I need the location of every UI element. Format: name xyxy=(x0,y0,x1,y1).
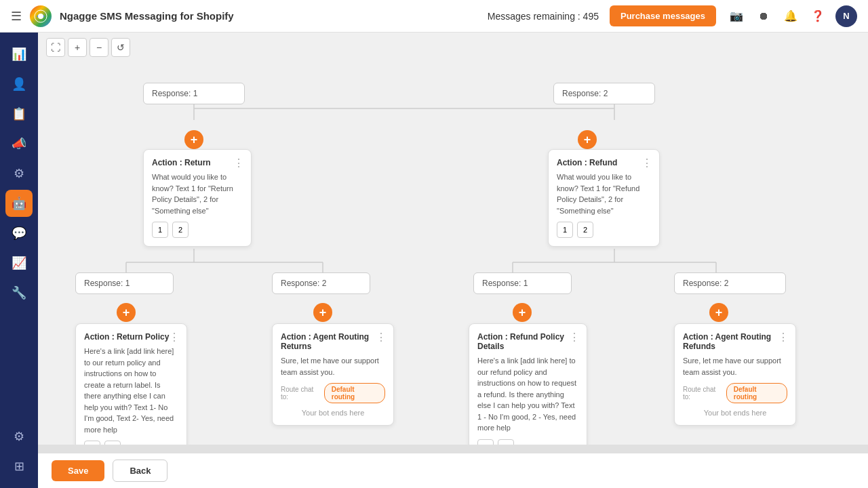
action-return-policy-body: Here's a link [add link here] to our ret… xyxy=(84,346,178,435)
bot-ends-returns: Your bot ends here xyxy=(281,409,385,417)
action-refund-body: What would you like to know? Text 1 for … xyxy=(557,171,651,216)
purchase-messages-button[interactable]: Purchase messages xyxy=(610,5,716,26)
response-1-top: Response: 1 xyxy=(143,83,245,104)
app-logo xyxy=(30,5,52,27)
return-policy-menu[interactable]: ⋮ xyxy=(169,331,180,344)
video-icon[interactable]: 📷 xyxy=(727,7,746,26)
route-value-badge-2[interactable]: Default routing xyxy=(726,383,787,403)
menu-icon[interactable]: ☰ xyxy=(11,9,22,24)
header-icons: 📷 ⏺ 🔔 ❓ N xyxy=(727,5,857,27)
zoom-out-btn[interactable]: − xyxy=(90,38,108,57)
action-refund-node: Action : Refund ⋮ What would you like to… xyxy=(548,149,660,247)
route-label-2: Route chat to: xyxy=(683,386,724,401)
app-title: Ngagge SMS Messaging for Shopify xyxy=(60,10,234,22)
action-refund-policy-label: Action : Refund Policy Details xyxy=(477,332,578,351)
add-btn-agent-routing-returns[interactable]: + xyxy=(313,303,332,322)
record-icon[interactable]: ⏺ xyxy=(754,7,773,26)
messages-remaining: Messages remaining : 495 xyxy=(488,11,599,22)
response-1-mid-left: Response: 1 xyxy=(75,272,174,294)
action-refund-policy-body: Here's a link [add link here] to our ref… xyxy=(477,355,578,434)
sidebar-item-chat[interactable]: 💬 xyxy=(5,220,33,247)
sidebar-item-integrations[interactable]: 🔧 xyxy=(5,279,33,306)
agent-routing-refunds-menu[interactable]: ⋮ xyxy=(778,331,789,344)
sidebar-item-settings[interactable]: ⚙ xyxy=(5,423,33,450)
response-2-mid-right: Response: 2 xyxy=(674,272,786,294)
sidebar-item-analytics[interactable]: 📈 xyxy=(5,249,33,277)
sidebar-item-campaigns[interactable]: 📋 xyxy=(5,100,33,127)
header: ☰ Ngagge SMS Messaging for Shopify Messa… xyxy=(0,0,868,33)
response-1-mid-right: Response: 1 xyxy=(473,272,572,294)
action-return-options: 1 2 xyxy=(152,222,243,238)
canvas-toolbar: ⛶ + − ↺ xyxy=(38,33,868,62)
opt-2b[interactable]: 2 xyxy=(577,222,593,238)
bot-ends-refunds: Your bot ends here xyxy=(683,409,787,417)
response-2-top: Response: 2 xyxy=(553,83,655,104)
action-return-policy-label: Action : Return Policy xyxy=(84,332,178,342)
action-return-menu[interactable]: ⋮ xyxy=(233,157,244,169)
response-2-mid-left: Response: 2 xyxy=(272,272,370,294)
header-right: Messages remaining : 495 Purchase messag… xyxy=(488,5,857,27)
agent-routing-refunds-body: Sure, let me have our support team assis… xyxy=(683,355,787,378)
action-agent-routing-refunds-node: Action : Agent Routing Refunds ⋮ Sure, l… xyxy=(674,323,796,426)
sidebar-item-bot[interactable]: 🤖 xyxy=(5,190,33,217)
route-chat-badge: Route chat to: Default routing xyxy=(281,383,385,403)
sidebar-item-apps[interactable]: ⊞ xyxy=(5,453,33,480)
action-refund-policy-node: Action : Refund Policy Details ⋮ Here's … xyxy=(469,323,587,464)
add-btn-agent-routing-refunds[interactable]: + xyxy=(709,303,728,322)
add-btn-refund[interactable]: + xyxy=(578,130,597,149)
action-refund-label: Action : Refund xyxy=(557,158,651,167)
action-return-node: Action : Return ⋮ What would you like to… xyxy=(143,149,252,247)
route-value-badge[interactable]: Default routing xyxy=(324,383,385,403)
sidebar-item-dashboard[interactable]: 📊 xyxy=(5,41,33,68)
agent-routing-returns-label: Action : Agent Routing Returns xyxy=(281,332,385,351)
route-chat-badge-2: Route chat to: Default routing xyxy=(683,383,787,403)
agent-routing-returns-menu[interactable]: ⋮ xyxy=(376,331,387,344)
header-left: ☰ Ngagge SMS Messaging for Shopify xyxy=(11,5,234,27)
add-btn-return-policy[interactable]: + xyxy=(117,303,136,322)
agent-routing-refunds-label: Action : Agent Routing Refunds xyxy=(683,332,787,351)
save-button[interactable]: Save xyxy=(52,460,104,481)
action-agent-routing-returns-node: Action : Agent Routing Returns ⋮ Sure, l… xyxy=(272,323,394,426)
main-canvas: ⛶ + − ↺ xyxy=(38,33,868,488)
action-refund-menu[interactable]: ⋮ xyxy=(642,157,652,169)
action-return-body: What would you like to know? Text 1 for … xyxy=(152,171,243,216)
flow-canvas: Response: 1 Response: 2 + + Action : Ret… xyxy=(38,62,868,488)
bell-icon[interactable]: 🔔 xyxy=(781,7,800,26)
opt-1b[interactable]: 1 xyxy=(557,222,573,238)
sidebar: 📊 👤 📋 📣 ⚙ 🤖 💬 📈 🔧 ⚙ ⊞ xyxy=(0,33,38,488)
zoom-in-btn[interactable]: + xyxy=(68,38,87,57)
route-label: Route chat to: xyxy=(281,386,321,401)
action-return-label: Action : Return xyxy=(152,158,243,167)
sidebar-item-contacts[interactable]: 👤 xyxy=(5,70,33,98)
svg-point-1 xyxy=(38,14,43,19)
opt-2[interactable]: 2 xyxy=(172,222,189,238)
avatar[interactable]: N xyxy=(835,5,857,27)
sidebar-item-megaphone[interactable]: 📣 xyxy=(5,130,33,157)
bottom-bar: Save Back xyxy=(38,453,868,488)
add-btn-refund-policy[interactable]: + xyxy=(513,303,532,322)
refund-policy-menu[interactable]: ⋮ xyxy=(569,331,580,344)
refresh-btn[interactable]: ↺ xyxy=(111,38,130,57)
agent-routing-returns-body: Sure, let me have our support team assis… xyxy=(281,355,385,378)
fullscreen-btn[interactable]: ⛶ xyxy=(46,38,65,57)
action-refund-options: 1 2 xyxy=(557,222,651,238)
back-button[interactable]: Back xyxy=(113,460,167,482)
sidebar-item-gear[interactable]: ⚙ xyxy=(5,160,33,187)
opt-1[interactable]: 1 xyxy=(152,222,168,238)
add-btn-return[interactable]: + xyxy=(184,130,203,149)
help-icon[interactable]: ❓ xyxy=(808,7,827,26)
